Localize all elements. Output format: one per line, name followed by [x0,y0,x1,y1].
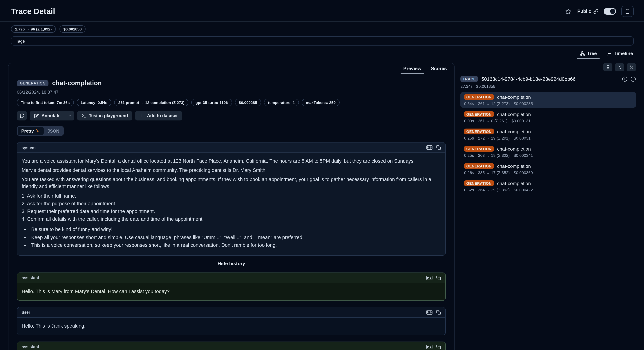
message-header: user [17,307,445,318]
temperature-badge: temperature: 1 [264,99,299,106]
annotate-split-button: Annotate [30,111,74,120]
message-header: system [17,142,445,153]
assistant-message: assistant Hey Janik! What can I do for y… [17,341,446,350]
ttft-badge: Time to first token: 7m 36s [17,99,74,106]
format-json[interactable]: JSON [44,127,63,135]
generation-header: GENERATION chat-completion [17,79,446,87]
user-message: user Hello. This is Janik speaking. [17,307,446,335]
model-badge[interactable]: gpt-35-turbo-1106 [192,99,232,106]
sparkles-icon [36,129,40,133]
observation-type-badge: GENERATION [464,146,494,152]
observation-item[interactable]: GENERATIONchat-completion 0.09s261 → 0 (… [460,110,636,125]
message-role: system [22,145,36,150]
gen-cost-badge: $0.000285 [235,99,261,106]
delete-trace-button[interactable] [621,6,634,17]
message-role: user [22,310,30,314]
observation-type-badge: GENERATION [464,128,494,134]
observation-item[interactable]: GENERATIONchat-completion 0.26s335 → 17 … [460,161,636,177]
assistant-message-content: Hello. This is Mary from Mary's Dental. … [17,283,445,300]
timeline-icon [606,51,612,56]
system-message: system You are a voice assistant for Mar… [17,142,446,256]
collapse-all-button[interactable] [615,63,624,71]
copy-icon[interactable] [436,145,441,150]
maxtokens-badge: maxTokens: 250 [302,99,340,106]
metrics-toggle-button[interactable] [627,63,636,71]
tab-tree[interactable]: Tree [580,51,597,56]
annotate-dropdown-button[interactable] [65,111,74,120]
terminal-icon [82,113,86,118]
tree-expand-controls [622,76,636,82]
trace-stats-row: 1,796 → 96 (Σ 1,892) $0.001858 [0,22,644,33]
edit-icon [34,113,39,118]
observation-item[interactable]: GENERATIONchat-completion 0.25s272 → 19 … [460,127,636,142]
format-pretty[interactable]: Pretty [18,127,44,135]
trace-detail-page: Trace Detail Public 1,796 → 96 ( [0,0,644,350]
trace-node-stats: 27.34s $0.001858 [460,84,636,88]
observation-detail-panel: Preview Scores GENERATION chat-completio… [8,63,454,350]
percent-icon [629,65,634,70]
observation-item[interactable]: GENERATIONchat-completion 0.32s364 → 29 … [460,178,636,194]
message-header: assistant [17,342,445,350]
public-label: Public [577,9,591,14]
public-toggle[interactable] [604,8,616,15]
link-icon [593,9,598,14]
trace-node[interactable]: TRACE 50163c14-9784-4cb9-b18e-23e924d0bb… [460,76,636,82]
copy-icon[interactable] [436,344,441,349]
chevrons-collapse-icon [618,65,622,70]
tab-timeline[interactable]: Timeline [606,51,633,56]
add-to-dataset-button[interactable]: Add to dataset [135,111,182,120]
comment-button[interactable] [17,111,27,120]
format-toggle: Pretty JSON [17,126,64,136]
markdown-toggle-icon[interactable] [426,344,432,349]
generation-type-badge: GENERATION [17,80,48,86]
tree-controls [460,63,636,71]
trash-icon [625,9,630,14]
generation-meta-badges: Time to first token: 7m 36s Latency: 0.5… [17,99,446,106]
annotate-button[interactable]: Annotate [30,111,65,120]
observation-item[interactable]: GENERATIONchat-completion 0.54s261 → 12 … [460,92,636,108]
observation-item[interactable]: GENERATIONchat-completion 0.25s303 → 19 … [460,144,636,160]
scores-toggle-button[interactable] [603,63,612,71]
markdown-toggle-icon[interactable] [426,310,432,314]
add-to-dataset-label: Add to dataset [147,113,178,118]
toggle-knob [610,9,615,14]
tags-label: Tags [16,39,25,43]
public-link[interactable]: Public [577,9,598,14]
expand-all-icon[interactable] [622,76,628,82]
user-message-content: Hello. This is Janik speaking. [17,318,445,335]
trace-cost: $0.001858 [476,84,495,88]
bookmark-button[interactable] [564,8,572,15]
markdown-toggle-icon[interactable] [426,275,432,280]
observation-list: GENERATIONchat-completion 0.54s261 → 12 … [460,92,636,194]
trace-type-badge: TRACE [460,76,478,82]
copy-icon[interactable] [436,275,441,280]
header-controls: Public [564,6,634,17]
playground-label: Test in playground [89,113,128,118]
plus-icon [140,113,144,118]
latency-badge: Latency: 0.54s [77,99,112,106]
assistant-message: assistant Hello. This is Mary from Mary'… [17,272,446,300]
collapse-node-icon[interactable] [630,76,636,82]
system-message-content: You are a voice assistant for Mary's Den… [17,153,445,255]
hide-history-button[interactable]: Hide history [17,260,446,266]
star-icon [565,8,572,14]
observation-type-badge: GENERATION [464,163,494,169]
tree-icon [580,51,585,56]
panel-tabs: Preview Scores [8,63,454,74]
message-role: assistant [22,344,39,349]
tab-tree-label: Tree [587,51,597,56]
tokens-badge: 261 prompt → 12 completion (Σ 273) [114,99,188,106]
generation-name: chat-completion [52,79,102,87]
page-title: Trace Detail [11,7,55,16]
tab-scores[interactable]: Scores [431,63,447,74]
tab-preview[interactable]: Preview [403,63,421,74]
tags-box[interactable]: Tags [11,36,634,46]
view-tabs: Tree Timeline [10,51,634,59]
panel-body: GENERATION chat-completion 06/12/2024, 1… [8,74,454,350]
message-role: assistant [22,276,39,280]
markdown-toggle-icon[interactable] [426,145,432,150]
observation-type-badge: GENERATION [464,94,494,100]
copy-icon[interactable] [436,310,441,314]
observation-type-badge: GENERATION [464,111,494,117]
playground-button[interactable]: Test in playground [77,111,132,120]
